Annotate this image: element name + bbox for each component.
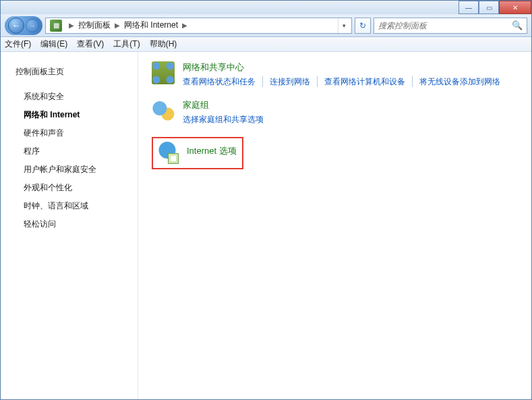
sidebar: 控制面板主页 系统和安全 网络和 Internet 硬件和声音 程序 用户帐户和… xyxy=(1,52,138,399)
network-sharing-icon xyxy=(152,61,175,84)
link-connect-network[interactable]: 连接到网络 xyxy=(263,76,318,87)
search-input[interactable] xyxy=(378,21,512,30)
menu-view[interactable]: 查看(V) xyxy=(77,38,104,50)
category-title-internet-options[interactable]: Internet 选项 xyxy=(187,145,237,157)
forward-button[interactable]: → xyxy=(26,19,39,32)
minimize-button[interactable]: — xyxy=(459,1,479,14)
breadcrumb-seg-control-panel[interactable]: 控制面板 xyxy=(78,20,111,31)
category-title-homegroup[interactable]: 家庭组 xyxy=(183,99,518,111)
sidebar-home[interactable]: 控制面板主页 xyxy=(16,63,138,81)
category-links-homegroup: 选择家庭组和共享选项 xyxy=(183,114,518,125)
sidebar-item-user-accounts[interactable]: 用户帐户和家庭安全 xyxy=(16,161,138,179)
nav-buttons: ← → xyxy=(5,16,42,35)
category-homegroup: 家庭组 选择家庭组和共享选项 xyxy=(152,99,518,125)
link-view-network-status[interactable]: 查看网络状态和任务 xyxy=(183,76,263,87)
menu-help[interactable]: 帮助(H) xyxy=(150,38,177,50)
sidebar-item-hardware-sound[interactable]: 硬件和声音 xyxy=(16,124,138,142)
window-frame: — ▭ ✕ ← → ▦ ▶ 控制面板 ▶ 网络和 Internet ▶ ▾ ↻ … xyxy=(0,0,532,400)
breadcrumb-separator-icon: ▶ xyxy=(111,22,124,29)
category-network-sharing: 网络和共享中心 查看网络状态和任务 连接到网络 查看网络计算机和设备 将无线设备… xyxy=(152,61,518,87)
maximize-button[interactable]: ▭ xyxy=(479,1,499,14)
highlight-internet-options: Internet 选项 xyxy=(152,137,243,169)
sidebar-item-network-internet[interactable]: 网络和 Internet xyxy=(16,106,138,124)
breadcrumb-separator-icon: ▶ xyxy=(65,22,78,29)
address-bar: ← → ▦ ▶ 控制面板 ▶ 网络和 Internet ▶ ▾ ↻ 🔍 xyxy=(1,14,531,37)
back-button[interactable]: ← xyxy=(8,18,24,34)
menu-edit[interactable]: 编辑(E) xyxy=(40,38,67,50)
menu-file[interactable]: 文件(F) xyxy=(5,38,31,50)
menubar: 文件(F) 编辑(E) 查看(V) 工具(T) 帮助(H) xyxy=(1,37,531,52)
link-choose-homegroup-options[interactable]: 选择家庭组和共享选项 xyxy=(183,114,270,125)
refresh-button[interactable]: ↻ xyxy=(355,18,371,34)
content-area: 网络和共享中心 查看网络状态和任务 连接到网络 查看网络计算机和设备 将无线设备… xyxy=(138,52,531,399)
homegroup-icon xyxy=(152,99,175,122)
titlebar: — ▭ ✕ xyxy=(1,1,531,14)
sidebar-item-programs[interactable]: 程序 xyxy=(16,142,138,161)
internet-options-icon xyxy=(156,141,179,164)
link-view-network-devices[interactable]: 查看网络计算机和设备 xyxy=(318,76,413,87)
breadcrumb-separator-icon: ▶ xyxy=(178,22,191,29)
breadcrumb[interactable]: ▦ ▶ 控制面板 ▶ 网络和 Internet ▶ ▾ xyxy=(45,18,352,34)
body-area: 控制面板主页 系统和安全 网络和 Internet 硬件和声音 程序 用户帐户和… xyxy=(1,52,531,399)
menu-tools[interactable]: 工具(T) xyxy=(113,38,140,50)
category-links-network: 查看网络状态和任务 连接到网络 查看网络计算机和设备 将无线设备添加到网络 xyxy=(183,76,518,87)
sidebar-item-clock-language[interactable]: 时钟、语言和区域 xyxy=(16,197,138,215)
close-button[interactable]: ✕ xyxy=(499,1,531,14)
search-icon[interactable]: 🔍 xyxy=(512,20,523,30)
window-controls: — ▭ ✕ xyxy=(459,1,531,14)
search-box[interactable]: 🔍 xyxy=(374,18,527,34)
link-add-wireless-device[interactable]: 将无线设备添加到网络 xyxy=(413,76,507,87)
breadcrumb-dropdown-button[interactable]: ▾ xyxy=(338,18,350,33)
sidebar-item-ease-of-access[interactable]: 轻松访问 xyxy=(16,215,138,233)
category-title-network[interactable]: 网络和共享中心 xyxy=(183,61,518,74)
sidebar-item-appearance[interactable]: 外观和个性化 xyxy=(16,179,138,197)
sidebar-item-system-security[interactable]: 系统和安全 xyxy=(16,88,138,106)
breadcrumb-seg-network[interactable]: 网络和 Internet xyxy=(124,20,178,31)
control-panel-icon: ▦ xyxy=(50,20,62,32)
